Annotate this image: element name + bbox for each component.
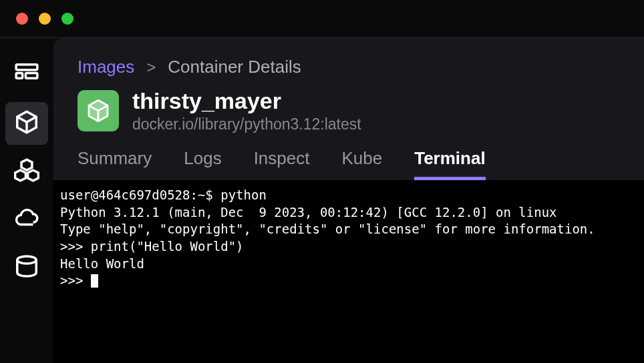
terminal-line: user@464c697d0528:~$ python — [60, 188, 267, 202]
tabs: Summary Logs Inspect Kube Terminal — [77, 148, 620, 180]
tab-logs[interactable]: Logs — [184, 148, 221, 180]
cubes-icon — [14, 157, 39, 186]
terminal-cursor — [91, 274, 98, 288]
cube-icon — [14, 109, 39, 137]
terminal-line: >>> print("Hello World") — [60, 239, 244, 254]
title-row: thirsty_mayer docker.io/library/python3.… — [77, 88, 620, 133]
container-name: thirsty_mayer — [132, 88, 361, 114]
tab-kube[interactable]: Kube — [341, 148, 382, 180]
breadcrumb-separator: > — [146, 58, 156, 77]
window-minimize-button[interactable] — [39, 13, 51, 25]
breadcrumb-link-images[interactable]: Images — [77, 57, 134, 77]
database-icon — [14, 254, 39, 282]
sidebar-item-volumes[interactable] — [5, 246, 48, 289]
header: Images > Container Details thirsty_mayer… — [53, 38, 644, 180]
svg-rect-1 — [16, 73, 23, 78]
breadcrumb-current: Container Details — [168, 57, 301, 77]
window-maximize-button[interactable] — [61, 13, 73, 25]
sidebar-item-containers[interactable] — [5, 102, 48, 145]
tab-inspect[interactable]: Inspect — [254, 148, 310, 180]
terminal-line: Hello World — [60, 256, 144, 271]
terminal-line: Type "help", "copyright", "credits" or "… — [60, 222, 595, 236]
svg-rect-2 — [25, 73, 37, 78]
tab-terminal[interactable]: Terminal — [414, 148, 485, 180]
container-image-ref: docker.io/library/python3.12:latest — [132, 115, 361, 133]
window-close-button[interactable] — [16, 13, 28, 25]
content-area: Images > Container Details thirsty_mayer… — [53, 38, 644, 363]
tab-summary[interactable]: Summary — [77, 148, 152, 180]
container-icon — [77, 90, 119, 131]
cloud-icon — [14, 206, 39, 234]
terminal-output[interactable]: user@464c697d0528:~$ python Python 3.12.… — [53, 180, 644, 363]
svg-rect-0 — [16, 65, 37, 70]
breadcrumb: Images > Container Details — [77, 57, 620, 77]
sidebar-item-pods[interactable] — [5, 150, 48, 193]
svg-point-3 — [17, 256, 37, 264]
terminal-line: Python 3.12.1 (main, Dec 9 2023, 00:12:4… — [60, 205, 557, 220]
sidebar-item-dashboard[interactable] — [5, 54, 48, 97]
terminal-prompt: >>> — [60, 273, 91, 288]
window-titlebar — [0, 0, 644, 37]
sidebar-item-cloud[interactable] — [5, 198, 48, 241]
sidebar — [0, 38, 53, 363]
dashboard-icon — [14, 61, 39, 89]
